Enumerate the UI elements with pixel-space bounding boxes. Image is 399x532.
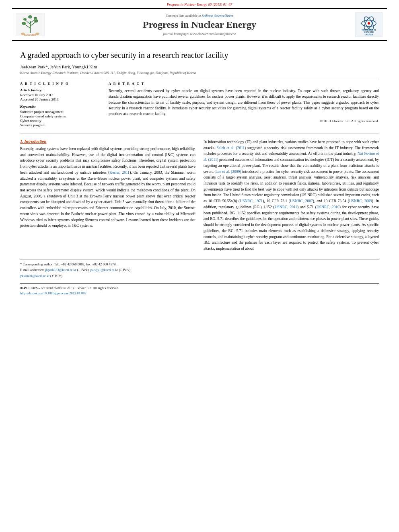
right-column: In information technology (IT) and plant… — [204, 139, 379, 255]
footnote-email3: ykkim01@kaeri.re.kr (Y. Kim). — [20, 273, 379, 279]
section-divider — [20, 133, 379, 134]
journal-header: ELSEVIER Contents lists available at Sci… — [12, 8, 387, 41]
top-journal-ref: Progress in Nuclear Energy 65 (2013) 81–… — [0, 0, 399, 8]
intro-section-title: 1. Introduction — [20, 139, 195, 144]
svg-text:ENERGY: ENERGY — [364, 33, 373, 36]
svg-point-10 — [28, 15, 32, 18]
sciverse-text: Contents lists available at — [166, 14, 202, 18]
history-label: Article history: — [20, 88, 101, 92]
ref-usnrc2007[interactable]: USNRC, 2007 — [290, 199, 313, 203]
elsevier-logo-container: ELSEVIER — [12, 13, 48, 36]
svg-point-6 — [22, 22, 26, 25]
keyword-2: Computer-based safety systems — [20, 114, 101, 118]
journal-homepage: journal homepage: www.elsevier.com/locat… — [52, 32, 347, 36]
abstract-body: Recently, several accidents caused by cy… — [109, 89, 379, 116]
svg-text:ELSEVIER: ELSEVIER — [24, 34, 36, 36]
ref-saleh[interactable]: Saleh et al. (2011) — [216, 146, 246, 150]
abstract-text: Recently, several accidents caused by cy… — [109, 88, 379, 117]
footnote-corresponding: * Corresponding author. Tel.: +82 42 868… — [20, 262, 379, 267]
article-title: A graded approach to cyber security in a… — [20, 50, 379, 60]
email3[interactable]: ykkim01@kaeri.re.kr — [20, 274, 49, 278]
keyword-4: Security program — [20, 123, 101, 127]
article-info-heading: A R T I C L E I N F O — [20, 82, 101, 86]
ref-usnrc2010[interactable]: USNRC, 2010 — [317, 205, 339, 209]
abstract-column: A B S T R A C T Recently, several accide… — [109, 79, 379, 127]
elsevier-logo-icon: ELSEVIER — [16, 13, 45, 36]
email3-person: (Y. Kim). — [49, 274, 63, 278]
svg-point-8 — [23, 18, 27, 21]
email2[interactable]: parkjy1@kaeri.re.kr — [90, 268, 118, 272]
ref-usnrc2009[interactable]: USNRC, 2009 — [349, 199, 372, 203]
ref-lee[interactable]: Lee et al. (2009) — [215, 170, 241, 174]
main-content: 1. Introduction Recently, analog systems… — [20, 139, 379, 255]
keywords-label: Keywords: — [20, 105, 101, 109]
article-info-abstract: A R T I C L E I N F O Article history: R… — [20, 79, 379, 127]
pne-logo-icon: PROGRESS IN NUCLEAR ENERGY — [355, 12, 383, 37]
email1-person: (J. Park), — [76, 268, 90, 272]
affiliation: Korea Atomic Energy Research Institute, … — [20, 71, 379, 75]
bottom-bar: 0149-1970/$ – see front matter © 2013 El… — [20, 283, 379, 296]
sciverse-link[interactable]: SciVerse ScienceDirect — [202, 14, 233, 18]
email2-person: (J. Park), — [118, 268, 131, 272]
received-date: Received 16 July 2012 — [20, 93, 101, 97]
accepted-date: Accepted 26 January 2013 — [20, 97, 101, 101]
keyword-1: Software project management — [20, 110, 101, 114]
svg-point-18 — [368, 22, 370, 25]
svg-point-9 — [34, 17, 37, 19]
svg-point-7 — [34, 19, 38, 23]
journal-title: Progress in Nuclear Energy — [52, 19, 347, 30]
article-info-column: A R T I C L E I N F O Article history: R… — [20, 79, 101, 127]
footnote-emails: E-mail addresses: jkpark183@kaeri.re.kr … — [20, 267, 379, 273]
article-title-section: A graded approach to cyber security in a… — [20, 50, 379, 75]
footnote-section: * Corresponding author. Tel.: +82 42 868… — [20, 259, 379, 279]
pne-logo-container: PROGRESS IN NUCLEAR ENERGY — [351, 12, 387, 37]
abstract-heading: A B S T R A C T — [109, 82, 379, 86]
email1[interactable]: jkpark183@kaeri.re.kr — [45, 268, 76, 272]
ref-usnrc1971[interactable]: USNRC, 1971 — [240, 199, 263, 203]
left-column: 1. Introduction Recently, analog systems… — [20, 139, 195, 255]
ref-kesler[interactable]: Kesler, 2011 — [109, 170, 130, 175]
email-label: E-mail addresses: — [20, 268, 45, 272]
doi-link[interactable]: http://dx.doi.org/10.1016/j.pnucene.2013… — [20, 291, 379, 296]
sciverse-line: Contents lists available at SciVerse Sci… — [52, 14, 347, 18]
copyright: © 2013 Elsevier Ltd. All rights reserved… — [109, 119, 379, 123]
ref-usnrc2011[interactable]: USNRC, 2011 — [275, 205, 297, 209]
intro-right-text: In information technology (IT) and plant… — [204, 139, 379, 252]
issn-text: 0149-1970/$ – see front matter © 2013 El… — [20, 286, 379, 291]
header-center: Contents lists available at SciVerse Sci… — [48, 14, 351, 36]
authors: JaeKwan Park*, JeYun Park, YoungKi Kim — [20, 64, 379, 69]
intro-left-text: Recently, analog systems have been repla… — [20, 146, 195, 229]
ref-nai[interactable]: Nai Fovino et al. (2011) — [204, 152, 379, 162]
keyword-3: Cyber security — [20, 119, 101, 123]
